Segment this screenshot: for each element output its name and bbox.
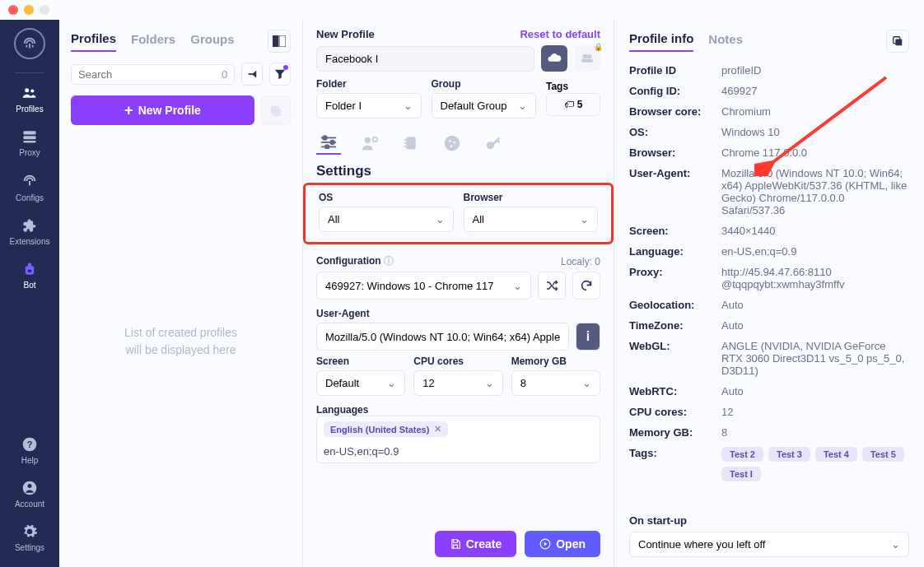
- screen-select[interactable]: Default⌄: [316, 370, 405, 396]
- info-value: 12: [721, 406, 909, 418]
- os-select[interactable]: All⌄: [319, 207, 454, 232]
- info-row: Proxy:http://45.94.47.66:8110 @tqqpqybt:…: [629, 266, 909, 290]
- info-key: TimeZone:: [629, 319, 721, 332]
- cloud-btn[interactable]: [541, 45, 567, 72]
- reset-default[interactable]: Reset to default: [520, 28, 600, 40]
- user-agent-input[interactable]: [316, 323, 569, 351]
- sidebar-item-profiles[interactable]: Profiles: [16, 85, 43, 114]
- info-key: Config ID:: [629, 85, 721, 97]
- duplicate-btn: [261, 95, 291, 125]
- folder-select[interactable]: Folder I⌄: [316, 93, 422, 119]
- chevron-down-icon: ⌄: [404, 100, 413, 112]
- sidebar-item-settings[interactable]: Settings: [15, 523, 44, 552]
- svg-rect-2: [24, 131, 36, 134]
- svg-point-0: [25, 88, 29, 92]
- shuffle-btn[interactable]: [538, 272, 566, 300]
- refresh-btn[interactable]: [572, 272, 600, 300]
- config-tabbar: [316, 132, 600, 155]
- group-select[interactable]: Default Group⌄: [432, 93, 537, 119]
- filter-btn[interactable]: [269, 63, 291, 86]
- sidebar-item-configs[interactable]: Configs: [16, 172, 44, 202]
- sidebar-item-account[interactable]: Account: [15, 480, 44, 509]
- sort-btn[interactable]: [241, 63, 263, 86]
- titlebar: [0, 0, 924, 20]
- info-value: 8: [721, 426, 909, 439]
- cookies-tab-icon[interactable]: [440, 132, 464, 155]
- config-local-hint: Localy: 0: [561, 256, 600, 267]
- window-close-dot[interactable]: [8, 5, 18, 15]
- profile-name-input[interactable]: [316, 46, 534, 72]
- os-browser-highlight: OS All⌄ Browser All⌄: [303, 183, 614, 244]
- info-icon: i: [586, 329, 590, 344]
- browser-label: Browser: [464, 192, 599, 203]
- folder-label: Folder: [316, 78, 422, 90]
- info-key: Browser core:: [629, 105, 721, 118]
- svg-point-28: [445, 136, 460, 151]
- tag-pill: Test I: [721, 467, 761, 481]
- profile-info-panel: Profile info Notes Profile IDprofileIDCo…: [614, 20, 924, 567]
- language-raw: en-US,en;q=0.9: [324, 445, 593, 458]
- config-select[interactable]: 469927: Windows 10 - Chrome 117⌄: [316, 272, 531, 300]
- info-key: Browser:: [629, 146, 721, 159]
- sidebar-item-proxy[interactable]: Proxy: [19, 128, 40, 157]
- group-label: Group: [432, 78, 537, 90]
- tag-pill: Test 4: [815, 447, 857, 462]
- browser-select[interactable]: All⌄: [464, 207, 599, 232]
- info-value: Mozilla/5.0 (Windows NT 10.0; Win64; x64…: [721, 167, 909, 216]
- layout-toggle[interactable]: [268, 30, 291, 53]
- info-key: User-Agent:: [629, 167, 721, 216]
- copy-info-btn[interactable]: [886, 30, 909, 53]
- window-min-dot[interactable]: [24, 5, 34, 15]
- new-profile-title: New Profile: [316, 28, 375, 40]
- app-logo: [14, 28, 45, 59]
- chevron-down-icon: ⌄: [891, 538, 900, 551]
- identity-tab-icon[interactable]: [357, 132, 382, 155]
- hardware-tab-icon[interactable]: [399, 132, 423, 155]
- svg-rect-14: [581, 59, 592, 63]
- sidebar-item-extensions[interactable]: Extensions: [10, 217, 50, 246]
- info-value: 3440×1440: [721, 225, 909, 237]
- open-btn[interactable]: Open: [525, 531, 600, 557]
- svg-point-23: [373, 137, 377, 142]
- tab-profile-info[interactable]: Profile info: [629, 31, 693, 52]
- svg-rect-5: [28, 270, 32, 272]
- search-input-wrapper[interactable]: 0: [71, 64, 235, 85]
- sidebar-item-help[interactable]: ? Help: [21, 436, 39, 465]
- languages-box[interactable]: English (United States)✕ en-US,en;q=0.9: [316, 416, 600, 463]
- info-row: Screen:3440×1440: [629, 225, 909, 237]
- info-key: Screen:: [629, 225, 721, 237]
- sidebar-item-bot[interactable]: Bot: [22, 261, 37, 290]
- tab-folders[interactable]: Folders: [131, 32, 175, 51]
- tab-notes[interactable]: Notes: [708, 32, 743, 51]
- info-value: Auto: [721, 299, 909, 311]
- create-btn[interactable]: Create: [435, 531, 517, 557]
- tag-pill: Test 2: [721, 447, 763, 462]
- language-chip[interactable]: English (United States)✕: [324, 421, 448, 437]
- save-icon: [450, 538, 461, 550]
- cpu-select[interactable]: 12⌄: [413, 370, 502, 396]
- info-key: WebGL:: [629, 340, 721, 377]
- key-tab-icon[interactable]: [481, 132, 506, 155]
- info-row: CPU cores:12: [629, 406, 909, 418]
- local-btn[interactable]: 🔒: [574, 45, 600, 72]
- svg-rect-15: [583, 54, 592, 58]
- new-profile-btn[interactable]: + New Profile: [71, 95, 254, 125]
- svg-point-19: [330, 141, 334, 145]
- tags-btn[interactable]: 🏷 5: [546, 93, 600, 116]
- mem-select[interactable]: 8⌄: [511, 370, 600, 396]
- chevron-down-icon: ⌄: [518, 100, 527, 112]
- svg-point-21: [325, 145, 329, 149]
- ua-info-btn[interactable]: i: [576, 323, 600, 351]
- tab-profiles[interactable]: Profiles: [71, 31, 116, 52]
- plus-icon: +: [124, 102, 133, 119]
- window-max-dot[interactable]: [40, 5, 49, 15]
- info-row: User-Agent:Mozilla/5.0 (Windows NT 10.0;…: [629, 167, 909, 216]
- svg-point-9: [27, 484, 31, 488]
- info-row: WebGL:ANGLE (NVIDIA, NVIDIA GeForce RTX …: [629, 340, 909, 377]
- info-value: ANGLE (NVIDIA, NVIDIA GeForce RTX 3060 D…: [721, 340, 909, 377]
- startup-select[interactable]: Continue where you left off⌄: [629, 532, 909, 557]
- remove-chip-icon[interactable]: ✕: [434, 424, 441, 435]
- tab-groups[interactable]: Groups: [190, 32, 234, 51]
- search-input[interactable]: [78, 68, 217, 81]
- settings-tab-icon[interactable]: [316, 132, 341, 155]
